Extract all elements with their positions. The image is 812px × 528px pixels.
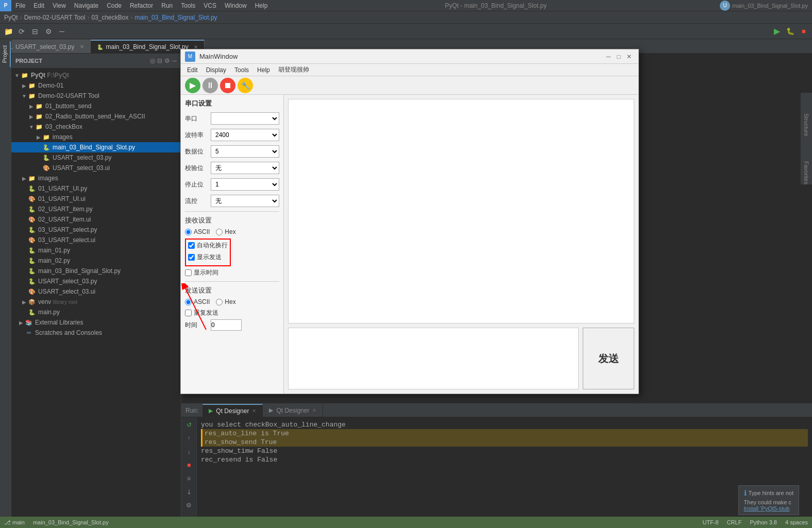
run-sidebar-btn-settings[interactable]: ⚙ xyxy=(183,500,195,511)
debug-btn[interactable]: 🐛 xyxy=(784,25,797,38)
bottom-tab-close-1[interactable]: ✕ xyxy=(252,408,256,414)
menu-file[interactable]: File xyxy=(11,1,29,10)
tree-demo01[interactable]: ▶ 📁 Demo-01 xyxy=(11,80,181,91)
sidebar-tool-settings[interactable]: ⚙ xyxy=(164,57,170,64)
sidebar-tool-minimize[interactable]: ─ xyxy=(172,57,177,64)
tree-01-buttom[interactable]: ▶ 📁 01_buttom_send xyxy=(11,101,181,111)
tree-main03-2[interactable]: ▶ 🐍 main_03_Bind_Signal_Slot.py xyxy=(11,266,181,276)
fw-menu-edit[interactable]: Edit xyxy=(183,65,202,75)
breadcrumb-part-0[interactable]: PyQt xyxy=(4,14,18,21)
bottom-tab-qt2[interactable]: ▶ Qt Designer ✕ xyxy=(263,404,323,417)
tree-main-py[interactable]: ▶ 🐍 main.py xyxy=(11,307,181,317)
menu-tools[interactable]: Tools xyxy=(177,1,199,10)
favorites-label[interactable]: Favorites xyxy=(803,161,809,184)
run-sidebar-btn-restart[interactable]: ↺ xyxy=(183,419,195,431)
fw-minimize-btn[interactable]: ─ xyxy=(603,52,614,62)
bottom-tab-close-2[interactable]: ✕ xyxy=(312,407,316,413)
tree-03-checkbox[interactable]: ▼ 📁 03_checkBox xyxy=(11,122,181,132)
fw-data-bits-select[interactable]: 5 xyxy=(211,145,279,158)
folder-icon-demo01: 📁 xyxy=(28,81,36,90)
tree-scratches[interactable]: ▶ ✏ Scratches and Consoles xyxy=(11,328,181,338)
fw-repeat-send-checkbox[interactable]: 重复发送 xyxy=(185,309,279,317)
collapse-btn[interactable]: ⊟ xyxy=(29,25,41,38)
fw-menu-tools[interactable]: Tools xyxy=(230,65,253,75)
run-sidebar-btn-stop[interactable]: ■ xyxy=(183,459,195,471)
menu-run[interactable]: Run xyxy=(157,1,177,10)
fw-send-button[interactable]: 发送 xyxy=(583,328,634,389)
run-btn[interactable]: ▶ xyxy=(771,25,783,38)
fw-maximize-btn[interactable]: □ xyxy=(614,52,624,62)
fw-stop-bits-select[interactable]: 1 xyxy=(211,178,279,191)
fw-send-ascii-radio[interactable]: ASCII xyxy=(185,298,210,305)
fw-menu-custom[interactable]: 胡登现很帅 xyxy=(274,64,313,75)
hint-link[interactable]: Install 'PyQt5-stub xyxy=(744,505,790,512)
tree-usart-select03-ui2[interactable]: ▶ 🎨 USART_select_03.ui xyxy=(11,286,181,297)
menu-edit[interactable]: Edit xyxy=(29,1,48,10)
tree-01-usart-ui-ui[interactable]: ▶ 🎨 01_USART_UI.ui xyxy=(11,194,181,204)
tree-02-usart-item-ui[interactable]: ▶ 🎨 02_USART_item.ui xyxy=(11,214,181,225)
fw-serial-port-select[interactable] xyxy=(211,112,279,125)
tab-close-usart[interactable]: ✕ xyxy=(80,44,84,49)
run-sidebar-btn-down[interactable]: ↓ xyxy=(183,446,195,457)
tree-03-usart-select-ui[interactable]: ▶ 🎨 03_USART_select.ui xyxy=(11,235,181,245)
fw-time-label: 时间 xyxy=(185,321,211,330)
fw-time-input[interactable] xyxy=(211,319,242,331)
tree-usart-select03-ui[interactable]: ▶ 🎨 USART_select_03.ui xyxy=(11,163,181,173)
run-sidebar-btn-up[interactable]: ↑ xyxy=(183,433,195,444)
bottom-tab-qt1[interactable]: ▶ Qt Designer ✕ xyxy=(202,404,263,417)
fw-ascii-radio[interactable]: ASCII xyxy=(185,228,210,235)
tree-main01[interactable]: ▶ 🐍 main_01.py xyxy=(11,245,181,256)
menu-code[interactable]: Code xyxy=(103,1,126,10)
tree-images2[interactable]: ▶ 📁 images xyxy=(11,173,181,183)
tab-usart-select[interactable]: 🐍 USART_select_03.py ✕ xyxy=(0,40,91,53)
fw-send-textbox[interactable] xyxy=(288,328,579,389)
menu-window[interactable]: Window xyxy=(221,1,251,10)
settings-btn[interactable]: ⚙ xyxy=(42,25,55,38)
tree-03-usart-select-py[interactable]: ▶ 🐍 03_USART_select.py xyxy=(11,225,181,235)
project-view-btn[interactable]: 📁 xyxy=(2,25,14,38)
fw-show-send-checkbox[interactable]: 显示发送 xyxy=(188,253,228,262)
tree-usart-select03-py[interactable]: ▶ 🐍 USART_select_03.py xyxy=(11,152,181,163)
fw-send-hex-radio[interactable]: Hex xyxy=(216,298,235,305)
run-sidebar-btn-scroll[interactable]: ⤓ xyxy=(183,486,195,498)
tree-external-libs[interactable]: ▶ 📚 External Libraries xyxy=(11,317,181,328)
fw-baud-select[interactable]: 2400 xyxy=(211,129,279,141)
fw-stop-btn[interactable]: ⏹ xyxy=(220,78,235,93)
fw-menu-display[interactable]: Display xyxy=(202,65,230,75)
fw-pause-btn[interactable]: ⏸ xyxy=(202,78,218,93)
run-sidebar-btn-wrap[interactable]: ≡ xyxy=(183,473,195,484)
tree-main02[interactable]: ▶ 🐍 main_02.py xyxy=(11,256,181,266)
tree-02-radio[interactable]: ▶ 📁 02_Radio_buttom_send_Hex_ASCII xyxy=(11,111,181,122)
menu-refactor[interactable]: Refactor xyxy=(126,1,157,10)
breadcrumb-part-2[interactable]: 03_checkBox xyxy=(91,14,128,21)
menu-view[interactable]: View xyxy=(48,1,70,10)
sync-btn[interactable]: ⟳ xyxy=(15,25,28,38)
breadcrumb-file[interactable]: main_03_Bind_Signal_Slot.py xyxy=(134,14,217,21)
fw-tool-btn[interactable]: 🔧 xyxy=(238,78,253,93)
fw-menu-help[interactable]: Help xyxy=(253,65,274,75)
tree-01-usart-ui-py[interactable]: ▶ 🐍 01_USART_UI.py xyxy=(11,183,181,194)
tree-images[interactable]: ▶ 📁 images xyxy=(11,132,181,142)
fw-hex-radio[interactable]: Hex xyxy=(216,228,235,235)
menu-help[interactable]: Help xyxy=(251,1,272,10)
tree-usart-select03-2[interactable]: ▶ 🐍 USART_select_03.py xyxy=(11,276,181,286)
breadcrumb-part-1[interactable]: Demo-02-USART Tool xyxy=(24,14,86,21)
menu-vcs[interactable]: VCS xyxy=(199,1,221,10)
fw-show-time-checkbox[interactable]: 显示时间 xyxy=(185,268,279,277)
fw-close-btn[interactable]: ✕ xyxy=(624,52,634,62)
fw-auto-newline-checkbox[interactable]: 自动化换行 xyxy=(188,241,228,250)
tree-pyqt-root[interactable]: ▼ 📁 PyQt F:\PyQt xyxy=(11,70,181,80)
tree-demo02[interactable]: ▼ 📁 Demo-02-USART Tool xyxy=(11,91,181,101)
stop-btn[interactable]: ■ xyxy=(798,25,810,38)
structure-label[interactable]: Structure xyxy=(803,113,809,137)
fw-flow-select[interactable]: 无 xyxy=(211,195,279,207)
tree-02-usart-item-py[interactable]: ▶ 🐍 02_USART_item.py xyxy=(11,204,181,214)
menu-navigate[interactable]: Navigate xyxy=(70,1,103,10)
fw-play-btn[interactable]: ▶ xyxy=(185,78,200,93)
tree-main03-selected[interactable]: ▶ 🐍 main_03_Bind_Signal_Slot.py xyxy=(11,142,181,152)
sidebar-tool-locate[interactable]: ◎ xyxy=(150,57,155,64)
tree-venv[interactable]: ▶ 📦 venv library root xyxy=(11,297,181,307)
fw-parity-select[interactable]: 无 xyxy=(211,162,279,174)
sidebar-tool-collapse[interactable]: ⊟ xyxy=(157,57,162,64)
minimize-view-btn[interactable]: ─ xyxy=(56,25,68,38)
